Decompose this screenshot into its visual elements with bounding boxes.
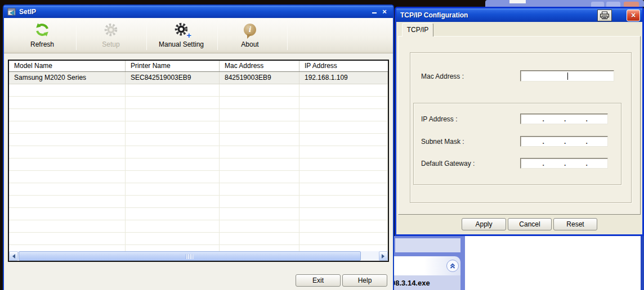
ip-address-input[interactable]: . . . [520,114,608,124]
table-cell [299,121,388,134]
table-cell [299,220,388,233]
table-row-empty [9,134,388,146]
octet-dot: . [586,160,588,167]
table-cell[interactable]: SEC842519003EB9 [126,72,220,84]
octet-dot: . [543,138,544,146]
table-cell [299,171,388,183]
table-cell [9,158,126,171]
tab-tcpip[interactable]: TCP/IP [402,23,433,37]
manual-setting-label: Manual Setting [147,40,215,48]
horizontal-scrollbar[interactable] [9,251,388,261]
octet-dot: . [586,115,588,123]
table-cell [9,208,126,220]
print-button[interactable] [597,10,612,21]
table-row-printer[interactable]: Samsung M2020 SeriesSEC842519003EB984251… [9,72,388,84]
table-cell [220,183,299,196]
table-cell [126,134,220,146]
background-content-area [465,236,641,290]
dialog-close-button[interactable]: × [627,10,640,21]
refresh-icon [34,22,50,38]
tcpip-configuration-dialog: TCP/IP Configuration × TCP/IP Mac Addres… [395,7,644,236]
table-cell [299,196,388,208]
mac-address-input[interactable] [520,70,614,81]
table-cell [220,109,299,121]
close-button[interactable]: × [379,7,390,17]
table-cell [299,158,388,171]
dialog-titlebar[interactable]: TCP/IP Configuration × [396,8,642,22]
table-cell [9,97,126,109]
table-cell [126,220,220,233]
default-gateway-input[interactable]: . . . [520,158,608,169]
table-cell [9,183,126,196]
table-cell [220,220,299,233]
table-cell [9,196,126,208]
plus-icon: + [186,32,191,39]
subnet-mask-input[interactable]: . . . [520,136,608,147]
table-cell [9,171,126,183]
table-row-empty [9,146,388,158]
setip-window: SetIP × Refresh [3,4,394,290]
subnet-mask-label: Subnet Mask : [421,138,464,146]
tab-panel: Mac Address : IP Address : . . . Subnet … [398,36,641,215]
table-cell [220,97,299,109]
table-cell[interactable]: 842519003EB9 [220,72,299,84]
setup-button: Setup [77,20,145,52]
table-row-empty [9,171,388,183]
about-button[interactable]: i About [216,20,284,52]
scroll-left-button[interactable] [9,251,18,261]
octet-dot: . [586,138,588,146]
setip-app-icon [7,8,16,16]
setip-titlebar[interactable]: SetIP × [4,6,393,18]
reset-button[interactable]: Reset [553,218,597,230]
table-cell [220,233,299,245]
table-header-row: Model Name Printer Name Mac Address IP A… [9,61,388,72]
scrollbar-grip [186,254,194,259]
sidebar-task-header [394,256,460,275]
collapse-chevron-button[interactable] [446,260,459,272]
table-cell [126,121,220,134]
table-cell [9,109,126,121]
manual-setting-button[interactable]: + Manual Setting [147,20,215,52]
table-row-empty [9,208,388,220]
table-row-empty [9,121,388,134]
scrollbar-thumb[interactable] [19,251,361,261]
about-label: About [216,40,284,48]
table-cell [220,84,299,97]
table-cell [126,97,220,109]
table-cell [299,183,388,196]
table-cell [9,220,126,233]
scroll-right-button[interactable] [379,251,388,261]
column-header-model-name[interactable]: Model Name [9,61,126,71]
text-caret [567,72,568,80]
setup-gear-icon [104,22,118,37]
column-header-printer-name[interactable]: Printer Name [126,61,220,71]
table-cell [299,146,388,158]
table-cell [9,233,126,245]
cancel-button[interactable]: Cancel [508,218,552,230]
table-cell [9,146,126,158]
desktop-screen: 08.3.14.exe SetIP × [0,0,644,290]
help-button[interactable]: Help [342,274,387,287]
table-cell [126,109,220,121]
table-cell[interactable]: 192.168.1.109 [299,72,388,84]
octet-dot: . [564,160,566,167]
table-cell [220,171,299,183]
table-cell[interactable]: Samsung M2020 Series [9,72,126,84]
exit-button[interactable]: Exit [296,274,341,287]
background-window-fragment [509,0,526,3]
table-cell [220,121,299,134]
toolbar: Refresh Setup [4,18,393,53]
table-cell [126,208,220,220]
column-header-ip-address[interactable]: IP Address [299,61,388,71]
table-cell [126,146,220,158]
table-row-empty [9,97,388,109]
column-header-mac-address[interactable]: Mac Address [220,61,299,71]
background-close-button [624,2,639,7]
refresh-button[interactable]: Refresh [8,20,76,52]
apply-button[interactable]: Apply [462,218,506,230]
arrow-left-icon [10,254,15,259]
about-info-icon: i [244,24,256,36]
minimize-button[interactable] [369,7,379,17]
table-cell [299,97,388,109]
octet-dot: . [564,115,566,123]
